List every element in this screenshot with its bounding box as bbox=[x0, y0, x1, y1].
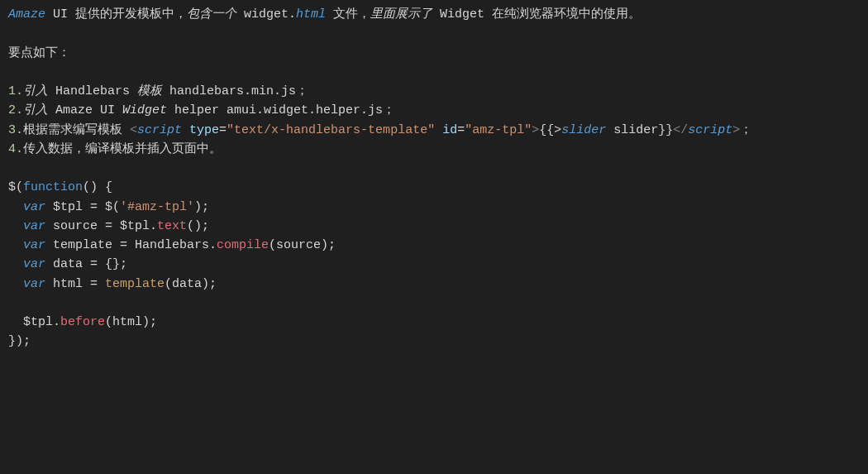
text: {{> bbox=[539, 123, 561, 137]
text: UI bbox=[45, 7, 75, 22]
text: 在纯浏览器环境中的使用。 bbox=[492, 7, 641, 22]
list-number: 2. bbox=[8, 103, 23, 117]
text: html = bbox=[45, 277, 105, 291]
code-line: $tpl.before(html); bbox=[8, 313, 860, 332]
keyword: var bbox=[23, 238, 45, 252]
blank-line bbox=[8, 159, 860, 178]
indent bbox=[8, 238, 23, 252]
text: 引入 bbox=[23, 84, 48, 98]
indent bbox=[8, 257, 23, 271]
code-line: $(function() { bbox=[8, 178, 860, 197]
text: Handlebars bbox=[48, 84, 137, 98]
blank-line bbox=[8, 24, 860, 43]
method: compile bbox=[217, 238, 269, 252]
text: 包含一个 bbox=[187, 7, 236, 22]
text: () { bbox=[83, 180, 112, 194]
list-number: 3. bbox=[8, 123, 23, 137]
text: template = Handlebars. bbox=[45, 238, 217, 252]
text: source = $tpl. bbox=[45, 219, 157, 233]
text: (); bbox=[187, 219, 209, 233]
code-line: }); bbox=[8, 332, 860, 351]
method: before bbox=[60, 315, 105, 329]
angle-bracket: > bbox=[532, 123, 539, 137]
attr-name: id bbox=[435, 123, 457, 137]
keyword: var bbox=[23, 277, 45, 291]
text: Amaze UI bbox=[48, 103, 122, 117]
attr-name: type bbox=[182, 123, 219, 137]
text: data = {}; bbox=[45, 257, 127, 271]
indent bbox=[8, 219, 23, 233]
text: ； bbox=[740, 123, 752, 137]
call: template bbox=[105, 277, 165, 291]
indent bbox=[8, 277, 23, 291]
keyword: var bbox=[23, 200, 45, 214]
document-body: Amaze UI 提供的开发模板中，包含一个 widget.html 文件，里面… bbox=[0, 0, 868, 357]
text: html bbox=[296, 7, 326, 22]
code-line: var html = template(data); bbox=[8, 275, 860, 294]
angle-bracket: </ bbox=[673, 123, 688, 137]
angle-bracket: < bbox=[130, 123, 137, 137]
text: 根据需求编写模板 bbox=[23, 123, 130, 137]
text: 文件， bbox=[326, 7, 370, 22]
attr-value: "text/x-handlebars-template" bbox=[227, 123, 435, 137]
text: $tpl = $( bbox=[45, 200, 120, 214]
blank-line bbox=[8, 294, 860, 313]
text: $( bbox=[8, 180, 23, 194]
equals: = bbox=[457, 123, 465, 137]
keyword: var bbox=[23, 219, 45, 233]
list-number: 1. bbox=[8, 84, 23, 98]
list-item-1: 1.引入 Handlebars 模板 handlebars.min.js； bbox=[8, 82, 860, 101]
indent bbox=[8, 200, 23, 214]
text: Widget bbox=[432, 7, 492, 22]
method: text bbox=[157, 219, 187, 233]
text: helper amui.widget.helper.js； bbox=[167, 103, 395, 117]
text: }); bbox=[8, 334, 31, 348]
text: (source); bbox=[269, 238, 336, 252]
code-line: var source = $tpl.text(); bbox=[8, 217, 860, 236]
attr-value: "amz-tpl" bbox=[465, 123, 532, 137]
blank-line bbox=[8, 63, 860, 82]
text: (data); bbox=[165, 277, 217, 291]
keyword: function bbox=[23, 180, 83, 194]
text: $tpl. bbox=[8, 315, 60, 329]
text: slider}} bbox=[606, 123, 673, 137]
text: 传入数据，编译模板并插入页面中。 bbox=[23, 142, 222, 156]
tag-name: script bbox=[137, 123, 182, 137]
text: 提供的开发模板中， bbox=[75, 7, 187, 22]
list-item-2: 2.引入 Amaze UI Widget helper amui.widget.… bbox=[8, 101, 860, 120]
text: Widget bbox=[122, 103, 167, 117]
angle-bracket: > bbox=[732, 123, 740, 137]
equals: = bbox=[219, 123, 227, 137]
list-item-4: 4.传入数据，编译模板并插入页面中。 bbox=[8, 140, 860, 159]
tag-name: script bbox=[688, 123, 732, 137]
list-number: 4. bbox=[8, 142, 23, 156]
points-header: 要点如下： bbox=[8, 44, 860, 63]
text: (html); bbox=[105, 315, 157, 329]
text: ); bbox=[194, 200, 209, 214]
code-line: var data = {}; bbox=[8, 255, 860, 274]
keyword: var bbox=[23, 257, 45, 271]
text: slider bbox=[561, 123, 606, 137]
code-line: var template = Handlebars.compile(source… bbox=[8, 236, 860, 255]
string: '#amz-tpl' bbox=[120, 200, 194, 214]
code-line: var $tpl = $('#amz-tpl'); bbox=[8, 198, 860, 217]
text: handlebars.min.js； bbox=[162, 84, 308, 98]
text: 里面展示了 bbox=[370, 7, 432, 22]
text: 模板 bbox=[137, 84, 162, 98]
list-item-3: 3.根据需求编写模板 <script type="text/x-handleba… bbox=[8, 121, 860, 140]
text: 引入 bbox=[23, 103, 48, 117]
intro-line: Amaze UI 提供的开发模板中，包含一个 widget.html 文件，里面… bbox=[8, 5, 860, 24]
text: Amaze bbox=[8, 7, 45, 22]
text: widget. bbox=[236, 7, 296, 22]
